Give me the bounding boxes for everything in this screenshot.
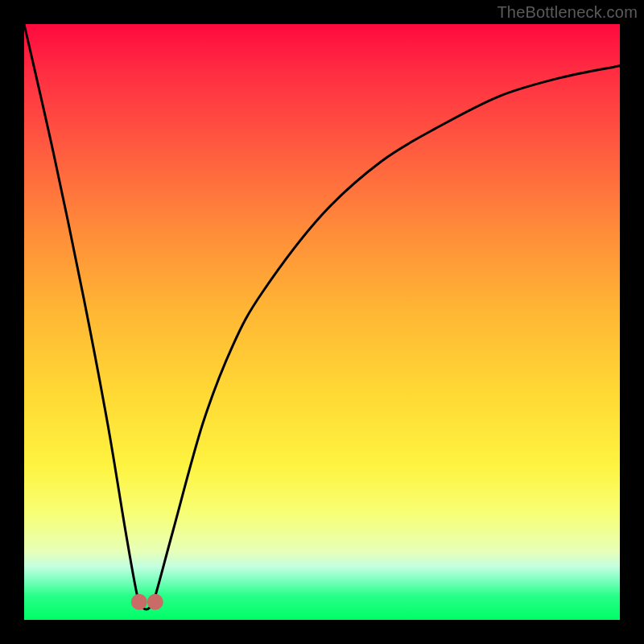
bottleneck-curve: [24, 24, 620, 609]
plot-area: [24, 24, 620, 620]
curve-svg: [24, 24, 620, 620]
valley-marker-left: [131, 594, 147, 610]
watermark-text: TheBottleneck.com: [497, 3, 638, 22]
valley-marker-right: [147, 594, 163, 610]
chart-frame: TheBottleneck.com: [0, 0, 644, 644]
